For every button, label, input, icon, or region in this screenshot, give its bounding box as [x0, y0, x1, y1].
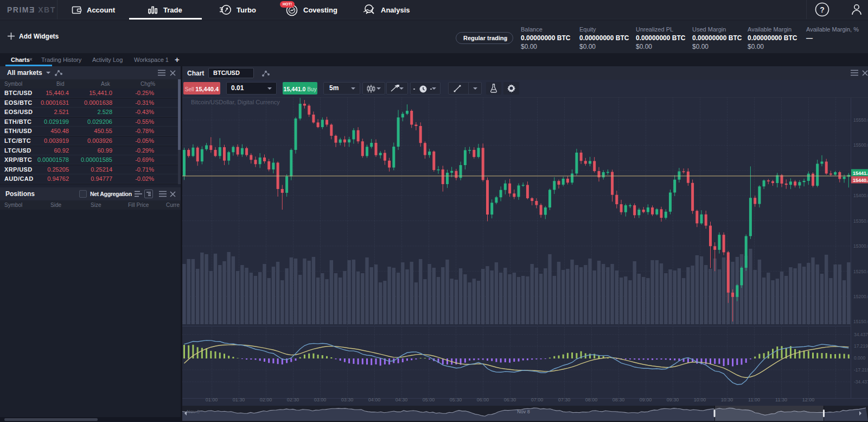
svg-text:02:30: 02:30 — [287, 397, 299, 402]
svg-text:11:00: 11:00 — [748, 397, 760, 402]
svg-text:15300.0: 15300.0 — [853, 243, 868, 249]
svg-text:08:30: 08:30 — [612, 397, 625, 402]
svg-text:15400.0: 15400.0 — [853, 193, 868, 198]
svg-text:15550.0: 15550.0 — [853, 117, 868, 123]
svg-text:06:00: 06:00 — [477, 397, 489, 402]
svg-text:01:00: 01:00 — [206, 397, 218, 402]
svg-text:03:30: 03:30 — [341, 397, 354, 402]
svg-text:04:00: 04:00 — [368, 397, 381, 402]
svg-text:01:30: 01:30 — [233, 397, 245, 402]
svg-text:15440.4: 15440.4 — [853, 178, 868, 183]
svg-text:17.219: 17.219 — [854, 343, 868, 349]
svg-text:34.437: 34.437 — [854, 332, 868, 337]
svg-text:04:30: 04:30 — [395, 397, 408, 402]
svg-text:15441.0: 15441.0 — [853, 171, 868, 176]
svg-text:09:30: 09:30 — [667, 397, 679, 402]
svg-text:12:00: 12:00 — [802, 397, 815, 402]
svg-text:-34.437: -34.437 — [854, 379, 868, 385]
svg-text:15150.0: 15150.0 — [853, 319, 868, 324]
svg-text:Nov 8: Nov 8 — [187, 409, 200, 414]
svg-text:07:30: 07:30 — [558, 397, 571, 402]
svg-text:05:30: 05:30 — [450, 397, 462, 402]
svg-text:15350.0: 15350.0 — [853, 218, 868, 224]
svg-text:-17.219: -17.219 — [854, 367, 868, 373]
svg-text:08:00: 08:00 — [585, 397, 598, 402]
svg-text:06:30: 06:30 — [504, 397, 516, 402]
svg-text:10:30: 10:30 — [721, 397, 733, 402]
svg-text:0.000: 0.000 — [854, 355, 866, 361]
svg-text:05:00: 05:00 — [423, 397, 435, 402]
svg-text:15200.0: 15200.0 — [853, 294, 868, 299]
svg-text:11:30: 11:30 — [775, 397, 787, 402]
svg-text:Bitcoin/USDollar, Digital Curr: Bitcoin/USDollar, Digital Currency — [191, 99, 280, 105]
svg-text:09:00: 09:00 — [640, 397, 652, 402]
svg-text:?: ? — [820, 5, 825, 14]
svg-text:15250.0: 15250.0 — [853, 269, 868, 274]
svg-text:10:00: 10:00 — [694, 397, 706, 402]
svg-text:02:00: 02:00 — [260, 397, 272, 402]
svg-text:15500.0: 15500.0 — [853, 142, 868, 148]
svg-text:Nov 8: Nov 8 — [517, 409, 530, 414]
svg-text:03:00: 03:00 — [314, 397, 327, 402]
svg-text:07:00: 07:00 — [531, 397, 544, 402]
